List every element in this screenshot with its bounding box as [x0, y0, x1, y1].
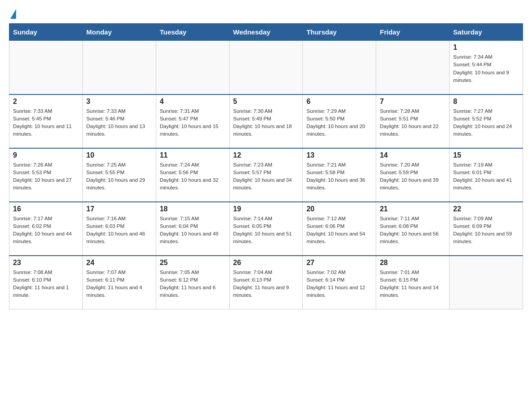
day-info: Sunrise: 7:26 AMSunset: 5:53 PMDaylight:…	[13, 161, 79, 192]
day-number: 3	[86, 98, 152, 106]
weekday-header-saturday: Saturday	[450, 24, 523, 41]
calendar-week-row: 2Sunrise: 7:33 AMSunset: 5:45 PMDaylight…	[9, 94, 523, 148]
weekday-header-tuesday: Tuesday	[156, 24, 229, 41]
calendar-week-row: 1Sunrise: 7:34 AMSunset: 5:44 PMDaylight…	[9, 41, 523, 94]
day-number: 27	[306, 259, 372, 267]
calendar-cell: 12Sunrise: 7:23 AMSunset: 5:57 PMDayligh…	[229, 148, 303, 202]
calendar-cell: 25Sunrise: 7:05 AMSunset: 6:12 PMDayligh…	[156, 256, 229, 309]
day-number: 23	[13, 259, 79, 267]
calendar-cell: 6Sunrise: 7:29 AMSunset: 5:50 PMDaylight…	[303, 94, 376, 148]
logo	[9, 9, 16, 19]
day-number: 2	[13, 98, 79, 106]
day-info: Sunrise: 7:34 AMSunset: 5:44 PMDaylight:…	[453, 53, 519, 84]
day-number: 21	[380, 205, 446, 213]
weekday-header-thursday: Thursday	[303, 24, 376, 41]
day-info: Sunrise: 7:17 AMSunset: 6:02 PMDaylight:…	[13, 215, 79, 246]
calendar-cell	[229, 41, 303, 94]
calendar-cell: 26Sunrise: 7:04 AMSunset: 6:13 PMDayligh…	[229, 256, 303, 309]
weekday-header-wednesday: Wednesday	[229, 24, 303, 41]
day-info: Sunrise: 7:30 AMSunset: 5:49 PMDaylight:…	[233, 107, 299, 138]
calendar-cell	[82, 41, 156, 94]
calendar-week-row: 9Sunrise: 7:26 AMSunset: 5:53 PMDaylight…	[9, 148, 523, 202]
weekday-header-row: SundayMondayTuesdayWednesdayThursdayFrid…	[9, 24, 523, 41]
day-number: 8	[453, 98, 519, 106]
day-number: 12	[233, 151, 299, 159]
page-header	[9, 9, 523, 19]
weekday-header-friday: Friday	[376, 24, 450, 41]
day-number: 6	[306, 98, 372, 106]
day-info: Sunrise: 7:02 AMSunset: 6:14 PMDaylight:…	[306, 269, 372, 300]
day-number: 1	[453, 43, 519, 51]
day-info: Sunrise: 7:16 AMSunset: 6:03 PMDaylight:…	[86, 215, 152, 246]
calendar-cell: 23Sunrise: 7:08 AMSunset: 6:10 PMDayligh…	[9, 256, 83, 309]
calendar-cell	[156, 41, 229, 94]
calendar-cell: 9Sunrise: 7:26 AMSunset: 5:53 PMDaylight…	[9, 148, 83, 202]
day-info: Sunrise: 7:33 AMSunset: 5:46 PMDaylight:…	[86, 107, 152, 138]
calendar-cell	[450, 256, 523, 309]
day-number: 17	[86, 205, 152, 213]
day-info: Sunrise: 7:14 AMSunset: 6:05 PMDaylight:…	[233, 215, 299, 246]
calendar-cell: 27Sunrise: 7:02 AMSunset: 6:14 PMDayligh…	[303, 256, 376, 309]
calendar-cell: 18Sunrise: 7:15 AMSunset: 6:04 PMDayligh…	[156, 202, 229, 256]
day-info: Sunrise: 7:29 AMSunset: 5:50 PMDaylight:…	[306, 107, 372, 138]
calendar-week-row: 16Sunrise: 7:17 AMSunset: 6:02 PMDayligh…	[9, 202, 523, 256]
day-info: Sunrise: 7:08 AMSunset: 6:10 PMDaylight:…	[13, 269, 79, 300]
logo-triangle-icon	[10, 9, 16, 19]
calendar-week-row: 23Sunrise: 7:08 AMSunset: 6:10 PMDayligh…	[9, 256, 523, 309]
calendar-cell: 1Sunrise: 7:34 AMSunset: 5:44 PMDaylight…	[450, 41, 523, 94]
day-number: 16	[13, 205, 79, 213]
day-info: Sunrise: 7:21 AMSunset: 5:58 PMDaylight:…	[306, 161, 372, 192]
day-info: Sunrise: 7:09 AMSunset: 6:09 PMDaylight:…	[453, 215, 519, 246]
day-number: 18	[160, 205, 226, 213]
calendar-cell: 2Sunrise: 7:33 AMSunset: 5:45 PMDaylight…	[9, 94, 83, 148]
day-number: 13	[306, 151, 372, 159]
day-number: 26	[233, 259, 299, 267]
calendar-cell: 3Sunrise: 7:33 AMSunset: 5:46 PMDaylight…	[82, 94, 156, 148]
calendar-cell: 16Sunrise: 7:17 AMSunset: 6:02 PMDayligh…	[9, 202, 83, 256]
weekday-header-sunday: Sunday	[9, 24, 83, 41]
calendar-cell: 20Sunrise: 7:12 AMSunset: 6:06 PMDayligh…	[303, 202, 376, 256]
day-number: 20	[306, 205, 372, 213]
calendar-cell: 5Sunrise: 7:30 AMSunset: 5:49 PMDaylight…	[229, 94, 303, 148]
day-info: Sunrise: 7:28 AMSunset: 5:51 PMDaylight:…	[380, 107, 446, 138]
day-number: 7	[380, 98, 446, 106]
day-number: 5	[233, 98, 299, 106]
day-info: Sunrise: 7:01 AMSunset: 6:15 PMDaylight:…	[380, 269, 446, 300]
weekday-header-monday: Monday	[82, 24, 156, 41]
day-info: Sunrise: 7:04 AMSunset: 6:13 PMDaylight:…	[233, 269, 299, 300]
day-info: Sunrise: 7:07 AMSunset: 6:11 PMDaylight:…	[86, 269, 152, 300]
calendar-table: SundayMondayTuesdayWednesdayThursdayFrid…	[9, 23, 523, 309]
day-info: Sunrise: 7:24 AMSunset: 5:56 PMDaylight:…	[160, 161, 226, 192]
day-number: 11	[160, 151, 226, 159]
calendar-cell: 24Sunrise: 7:07 AMSunset: 6:11 PMDayligh…	[82, 256, 156, 309]
day-number: 4	[160, 98, 226, 106]
calendar-cell: 17Sunrise: 7:16 AMSunset: 6:03 PMDayligh…	[82, 202, 156, 256]
calendar-cell: 11Sunrise: 7:24 AMSunset: 5:56 PMDayligh…	[156, 148, 229, 202]
calendar-cell: 15Sunrise: 7:19 AMSunset: 6:01 PMDayligh…	[450, 148, 523, 202]
day-number: 10	[86, 151, 152, 159]
day-info: Sunrise: 7:12 AMSunset: 6:06 PMDaylight:…	[306, 215, 372, 246]
calendar-cell: 28Sunrise: 7:01 AMSunset: 6:15 PMDayligh…	[376, 256, 450, 309]
day-info: Sunrise: 7:31 AMSunset: 5:47 PMDaylight:…	[160, 107, 226, 138]
day-info: Sunrise: 7:19 AMSunset: 6:01 PMDaylight:…	[453, 161, 519, 192]
day-number: 15	[453, 151, 519, 159]
day-number: 19	[233, 205, 299, 213]
day-info: Sunrise: 7:27 AMSunset: 5:52 PMDaylight:…	[453, 107, 519, 138]
day-info: Sunrise: 7:11 AMSunset: 6:08 PMDaylight:…	[380, 215, 446, 246]
day-info: Sunrise: 7:33 AMSunset: 5:45 PMDaylight:…	[13, 107, 79, 138]
calendar-cell: 21Sunrise: 7:11 AMSunset: 6:08 PMDayligh…	[376, 202, 450, 256]
calendar-cell: 22Sunrise: 7:09 AMSunset: 6:09 PMDayligh…	[450, 202, 523, 256]
day-number: 22	[453, 205, 519, 213]
day-info: Sunrise: 7:23 AMSunset: 5:57 PMDaylight:…	[233, 161, 299, 192]
calendar-cell: 7Sunrise: 7:28 AMSunset: 5:51 PMDaylight…	[376, 94, 450, 148]
day-number: 28	[380, 259, 446, 267]
day-info: Sunrise: 7:25 AMSunset: 5:55 PMDaylight:…	[86, 161, 152, 192]
day-number: 14	[380, 151, 446, 159]
day-number: 24	[86, 259, 152, 267]
calendar-cell: 4Sunrise: 7:31 AMSunset: 5:47 PMDaylight…	[156, 94, 229, 148]
day-info: Sunrise: 7:05 AMSunset: 6:12 PMDaylight:…	[160, 269, 226, 300]
calendar-cell: 14Sunrise: 7:20 AMSunset: 5:59 PMDayligh…	[376, 148, 450, 202]
calendar-cell: 10Sunrise: 7:25 AMSunset: 5:55 PMDayligh…	[82, 148, 156, 202]
logo-text	[9, 9, 16, 19]
calendar-cell: 19Sunrise: 7:14 AMSunset: 6:05 PMDayligh…	[229, 202, 303, 256]
